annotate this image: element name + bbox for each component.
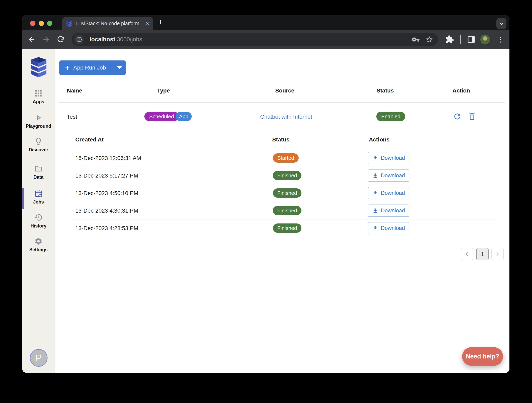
download-icon	[372, 173, 378, 179]
download-icon	[372, 208, 378, 214]
sidebar-item-apps[interactable]: Apps	[22, 89, 55, 104]
jobs-page: + App Run Job Name Type Source Status Ac…	[55, 49, 509, 373]
sidebar-item-settings[interactable]: Settings	[22, 237, 55, 253]
download-icon	[372, 225, 378, 231]
sidebar-item-playground[interactable]: Playground	[22, 113, 55, 129]
window-chevron-icon[interactable]	[496, 18, 507, 29]
plus-icon: +	[65, 64, 70, 71]
status-badge-enabled: Enabled	[376, 112, 405, 121]
tab-title: LLMStack: No-code platform	[76, 20, 144, 26]
app-run-job-dropdown-button[interactable]	[113, 60, 126, 75]
side-panel-icon[interactable]	[467, 35, 476, 44]
minimize-window-button[interactable]	[39, 21, 44, 26]
job-name: Test	[67, 114, 77, 120]
run-created-at: 13-Dec-2023 4:30:31 PM	[75, 208, 138, 214]
refresh-icon[interactable]	[453, 112, 462, 121]
new-tab-button[interactable]: +	[156, 18, 165, 27]
run-row: 13-Dec-2023 4:28:53 PM Finished Download	[69, 219, 495, 237]
llmstack-favicon	[65, 20, 72, 27]
sidebar-item-label: History	[22, 223, 55, 229]
app-run-job-button[interactable]: + App Run Job	[59, 60, 113, 75]
history-clock-icon	[34, 213, 43, 222]
back-icon[interactable]	[28, 35, 36, 44]
close-tab-icon[interactable]: ×	[146, 20, 150, 26]
column-header-actions: Actions	[369, 136, 390, 143]
app-run-job-label: App Run Job	[73, 65, 106, 71]
pagination-prev-button[interactable]	[461, 248, 473, 260]
llmstack-logo	[29, 56, 48, 77]
address-bar[interactable]: localhost:3000/jobs	[71, 33, 438, 46]
play-icon	[34, 113, 43, 122]
browser-window: LLMStack: No-code platform × + localhost…	[22, 15, 509, 373]
sidebar-item-label: Settings	[22, 247, 55, 253]
browser-titlebar: LLMStack: No-code platform × +	[22, 15, 509, 30]
run-row: 13-Dec-2023 4:30:31 PM Finished Download	[69, 202, 495, 219]
run-created-at: 13-Dec-2023 5:17:27 PM	[75, 172, 138, 179]
site-info-icon[interactable]	[74, 35, 84, 44]
column-header-created-at: Created At	[75, 136, 104, 143]
fullscreen-window-button[interactable]	[47, 21, 52, 26]
download-button[interactable]: Download	[368, 222, 409, 234]
sidebar-item-discover[interactable]: Discover	[22, 137, 55, 153]
chevron-down-icon	[117, 66, 122, 69]
run-status-badge: Started	[273, 153, 299, 162]
download-icon	[372, 155, 378, 161]
toolbar-divider	[460, 35, 461, 44]
run-status-badge: Finished	[273, 188, 301, 198]
app-body: Apps Playground Discover Data	[22, 49, 509, 373]
column-header-name: Name	[67, 87, 82, 94]
need-help-button[interactable]: Need help?	[462, 347, 503, 366]
download-icon	[372, 190, 378, 196]
url-text: localhost:3000/jobs	[90, 36, 142, 43]
sidebar-item-history[interactable]: History	[22, 213, 55, 229]
pagination-page-1-button[interactable]: 1	[476, 248, 489, 260]
calendar-refresh-icon	[34, 189, 43, 198]
user-avatar[interactable]: P	[30, 349, 48, 367]
job-runs-table: Created At Status Actions 15-Dec-2023 12…	[69, 149, 495, 237]
download-button[interactable]: Download	[368, 152, 409, 164]
browser-toolbar: localhost:3000/jobs	[22, 30, 509, 49]
run-row: 13-Dec-2023 4:50:10 PM Finished Download	[69, 184, 495, 202]
pagination-next-button[interactable]	[491, 248, 504, 260]
source-app-link[interactable]: Chatbot with Internet	[260, 114, 312, 120]
table-divider	[58, 102, 505, 103]
download-button[interactable]: Download	[368, 205, 409, 217]
extensions-icon[interactable]	[445, 35, 454, 44]
download-button[interactable]: Download	[368, 187, 409, 199]
kebab-menu-icon[interactable]	[498, 35, 502, 44]
sidebar-item-label: Data	[22, 175, 55, 180]
forward-icon[interactable]	[42, 35, 50, 44]
profile-avatar[interactable]	[480, 34, 491, 45]
close-window-button[interactable]	[30, 21, 35, 26]
run-created-at: 15-Dec-2023 12:06:31 AM	[75, 155, 141, 161]
bookmark-star-icon[interactable]	[425, 35, 433, 44]
sidebar-item-label: Discover	[22, 147, 55, 153]
app-run-job-split-button: + App Run Job	[59, 60, 126, 75]
folder-icon	[34, 164, 43, 173]
run-status-badge: Finished	[273, 206, 301, 215]
active-nav-indicator	[22, 188, 24, 209]
run-row: 13-Dec-2023 5:17:27 PM Finished Download	[69, 167, 495, 184]
type-badge-app: App	[176, 112, 192, 121]
sidebar-item-data[interactable]: Data	[22, 164, 55, 180]
key-icon[interactable]	[412, 35, 420, 44]
browser-tab[interactable]: LLMStack: No-code platform ×	[62, 17, 153, 30]
type-badge-scheduled: Scheduled	[144, 112, 179, 121]
column-header-action: Action	[452, 87, 470, 94]
reload-icon[interactable]	[57, 35, 65, 44]
run-created-at: 13-Dec-2023 4:50:10 PM	[75, 190, 138, 196]
chevron-left-icon	[464, 252, 469, 257]
table-divider	[58, 130, 505, 130]
sidebar-item-jobs[interactable]: Jobs	[22, 189, 55, 205]
apps-grid-icon	[34, 89, 43, 98]
run-row: 15-Dec-2023 12:06:31 AM Started Download	[69, 149, 495, 167]
download-button[interactable]: Download	[368, 169, 409, 182]
column-header-source: Source	[275, 87, 294, 94]
sidebar-item-label: Jobs	[22, 199, 55, 205]
column-header-status: Status	[377, 87, 394, 94]
column-header-run-status: Status	[272, 136, 290, 143]
run-status-badge: Finished	[273, 223, 301, 233]
delete-icon[interactable]	[468, 112, 476, 121]
run-status-badge: Finished	[273, 171, 301, 180]
run-created-at: 13-Dec-2023 4:28:53 PM	[75, 225, 138, 232]
